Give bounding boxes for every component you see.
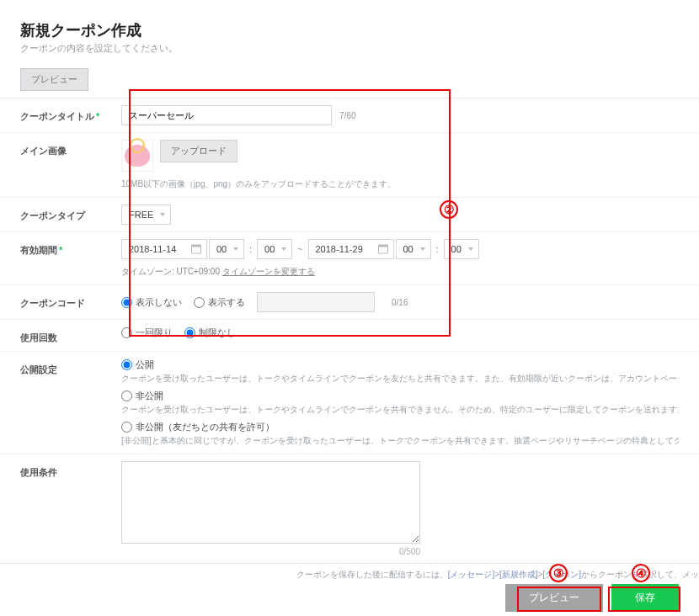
label-coupon-title: クーポンタイトル* [20, 105, 121, 123]
title-counter: 7/60 [339, 111, 355, 120]
preview-button-bottom[interactable]: プレビュー [505, 584, 603, 612]
date-from-input[interactable]: 2018-11-14 [121, 239, 207, 259]
radio-label: 制限なし [199, 327, 236, 339]
row-visibility: 公開設定 公開 クーポンを受け取ったユーザーは、トークやタイムラインでクーポンを… [0, 352, 699, 454]
label-coupon-type: クーポンタイプ [20, 204, 121, 222]
radio-private-label: 非公開 [136, 390, 163, 402]
row-coupon-code: クーポンコード 表示しない 表示する 0/16 [0, 285, 699, 320]
radio-code-hide[interactable]: 表示しない [121, 296, 182, 309]
visibility-public-desc: クーポンを受け取ったユーザーは、トークやタイムラインでクーポンを友だちと共有でき… [121, 373, 679, 385]
label-usage-limit: 使用回数 [20, 327, 121, 344]
radio-public-label: 公開 [136, 358, 154, 371]
image-thumbnail[interactable] [121, 140, 153, 172]
colon: : [249, 244, 252, 254]
chevron-down-icon [420, 247, 425, 251]
image-help-text: 10MB以下の画像（jpg、png）のみをアップロードすることができます。 [121, 178, 679, 190]
link-coupon[interactable]: [クーポン] [542, 570, 581, 579]
radio-private-share-label: 非公開（友だちとの共有を許可） [136, 421, 275, 433]
row-main-image: メイン画像 アップロード 10MB以下の画像（jpg、png）のみをアップロード… [0, 133, 699, 198]
date-from-value: 2018-11-14 [129, 244, 176, 254]
required-mark: * [96, 111, 99, 121]
label-terms: 使用条件 [20, 461, 121, 479]
footer-buttons: プレビュー 保存 [0, 584, 699, 616]
minute-to-select[interactable]: 00 [444, 239, 479, 259]
chevron-down-icon [468, 247, 473, 251]
footer-hint: クーポンを保存した後に配信するには、[メッセージ]>[新規作成]>[クーポン]か… [0, 564, 699, 584]
coupon-type-value: FREE [129, 210, 153, 220]
val: 00 [451, 244, 462, 254]
upload-button[interactable]: アップロード [160, 140, 237, 162]
label-text: 有効期間 [20, 245, 57, 255]
radio-label: 表示する [208, 296, 245, 309]
row-coupon-type: クーポンタイプ FREE [0, 198, 699, 232]
chevron-down-icon [233, 247, 238, 251]
coupon-title-input[interactable] [121, 105, 332, 125]
visibility-private-desc: クーポンを受け取ったユーザーは、トークやタイムラインでクーポンを共有できません。… [121, 404, 679, 416]
page-header: 新規クーポン作成 クーポンの内容を設定してください。 [0, 0, 699, 58]
change-timezone-link[interactable]: タイムゾーンを変更する [222, 267, 315, 276]
calendar-icon [191, 245, 201, 254]
link-message[interactable]: [メッセージ] [448, 570, 495, 579]
radio-label: 表示しない [136, 296, 182, 309]
chevron-down-icon [281, 247, 286, 251]
hour-from-select[interactable]: 00 [209, 239, 244, 259]
radio-code-show-input[interactable] [194, 297, 205, 308]
label-visibility: 公開設定 [20, 358, 121, 376]
radio-code-hide-input[interactable] [121, 297, 132, 308]
radio-unlimited[interactable]: 制限なし [184, 327, 236, 339]
terms-textarea[interactable] [121, 461, 420, 544]
label-coupon-code: クーポンコード [20, 292, 121, 310]
row-terms: 使用条件 0/500 [0, 454, 699, 564]
hint-text: からクーポンを選択して、メッ [581, 570, 699, 579]
colon: : [436, 244, 439, 254]
hint-text: クーポンを保存した後に配信するには、 [296, 570, 448, 579]
row-coupon-title: クーポンタイトル* 7/60 [0, 98, 699, 133]
page-subtitle: クーポンの内容を設定してください。 [20, 42, 679, 55]
visibility-private-share-desc: [非公開]と基本的に同じですが、クーポンを受け取ったユーザーは、トークでクーポン… [121, 435, 679, 447]
terms-counter: 0/500 [121, 547, 420, 556]
label-main-image: メイン画像 [20, 140, 121, 157]
timezone-line: タイムゾーン: UTC+09:00 タイムゾーンを変更する [121, 266, 679, 278]
tilde: ~ [297, 244, 302, 254]
save-button[interactable]: 保存 [611, 584, 679, 612]
label-valid-period: 有効期間* [20, 239, 121, 257]
tz-prefix: タイムゾーン: UTC+09:00 [121, 267, 222, 276]
radio-private-input[interactable] [121, 390, 132, 401]
val: 00 [403, 244, 414, 254]
date-to-input[interactable]: 2018-11-29 [308, 239, 394, 259]
radio-once-input[interactable] [121, 327, 132, 338]
top-preview-wrap: プレビュー [0, 58, 699, 98]
code-counter: 0/16 [392, 298, 408, 307]
val: 00 [216, 244, 227, 254]
radio-unlimited-input[interactable] [184, 327, 195, 338]
form-area: クーポンタイトル* 7/60 メイン画像 アップロード 10MB以下の画像（jp… [0, 98, 699, 564]
radio-label: 一回限り [136, 327, 173, 339]
calendar-icon [378, 245, 388, 254]
required-mark: * [59, 245, 62, 255]
preview-button-top[interactable]: プレビュー [20, 68, 88, 91]
piggy-bank-icon [125, 145, 150, 167]
label-text: クーポンタイトル [20, 111, 94, 121]
coupon-type-select[interactable]: FREE [121, 204, 171, 225]
val: 00 [264, 244, 275, 254]
radio-public-input[interactable] [121, 359, 132, 370]
link-new[interactable]: [新規作成] [499, 570, 538, 579]
hour-to-select[interactable]: 00 [396, 239, 431, 259]
minute-from-select[interactable]: 00 [257, 239, 292, 259]
radio-private-share-input[interactable] [121, 422, 132, 433]
row-valid-period: 有効期間* 2018-11-14 00 : 00 ~ 2018-11-29 00… [0, 232, 699, 285]
date-to-value: 2018-11-29 [316, 244, 363, 254]
chevron-down-icon [160, 213, 165, 216]
coupon-code-input[interactable] [257, 292, 375, 312]
row-usage-limit: 使用回数 一回限り 制限なし [0, 320, 699, 352]
page-title: 新規クーポン作成 [20, 20, 679, 40]
radio-code-show[interactable]: 表示する [194, 296, 245, 309]
radio-once[interactable]: 一回限り [121, 327, 173, 339]
